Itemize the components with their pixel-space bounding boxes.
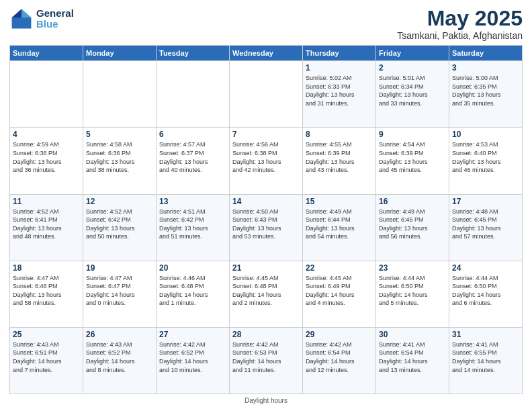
week-row-2: 4Sunrise: 4:59 AM Sunset: 6:36 PM Daylig… [10, 128, 523, 194]
day-cell [157, 61, 230, 128]
day-number: 2 [379, 63, 446, 73]
logo-line2: Blue [36, 19, 74, 30]
day-info: Sunrise: 4:51 AM Sunset: 6:42 PM Dayligh… [159, 208, 226, 241]
day-number: 15 [306, 197, 373, 206]
day-number: 14 [232, 197, 300, 206]
header-day-monday: Monday [83, 46, 157, 61]
day-info: Sunrise: 4:55 AM Sunset: 6:39 PM Dayligh… [306, 140, 373, 174]
day-number: 8 [306, 130, 373, 139]
week-row-1: 1Sunrise: 5:02 AM Sunset: 6:33 PM Daylig… [10, 61, 523, 128]
title-block: May 2025 Tsamkani, Paktia, Afghanistan [397, 7, 523, 41]
day-cell: 2Sunrise: 5:01 AM Sunset: 6:34 PM Daylig… [376, 61, 449, 128]
day-cell: 19Sunrise: 4:47 AM Sunset: 6:47 PM Dayli… [83, 261, 157, 327]
day-cell: 10Sunrise: 4:53 AM Sunset: 6:40 PM Dayli… [449, 128, 523, 194]
day-cell [83, 61, 157, 128]
header-day-tuesday: Tuesday [157, 46, 230, 61]
day-cell: 27Sunrise: 4:42 AM Sunset: 6:52 PM Dayli… [157, 327, 230, 394]
day-cell [230, 61, 303, 128]
day-number: 3 [452, 63, 519, 73]
header-day-wednesday: Wednesday [230, 46, 303, 61]
day-number: 13 [159, 197, 226, 206]
day-cell: 16Sunrise: 4:49 AM Sunset: 6:45 PM Dayli… [376, 194, 449, 261]
day-number: 22 [306, 263, 373, 273]
day-cell: 3Sunrise: 5:00 AM Sunset: 6:35 PM Daylig… [449, 61, 523, 128]
day-info: Sunrise: 4:59 AM Sunset: 6:36 PM Dayligh… [13, 140, 80, 174]
day-cell: 28Sunrise: 4:42 AM Sunset: 6:53 PM Dayli… [230, 327, 303, 394]
day-info: Sunrise: 4:44 AM Sunset: 6:50 PM Dayligh… [379, 274, 446, 308]
svg-marker-1 [21, 9, 31, 18]
day-cell: 9Sunrise: 4:54 AM Sunset: 6:39 PM Daylig… [376, 128, 449, 194]
header-day-friday: Friday [376, 46, 449, 61]
day-info: Sunrise: 4:45 AM Sunset: 6:48 PM Dayligh… [232, 274, 300, 308]
day-number: 17 [452, 197, 519, 206]
day-info: Sunrise: 4:46 AM Sunset: 6:48 PM Dayligh… [159, 274, 226, 308]
day-number: 10 [452, 130, 519, 139]
day-cell: 6Sunrise: 4:57 AM Sunset: 6:37 PM Daylig… [157, 128, 230, 194]
day-cell: 5Sunrise: 4:58 AM Sunset: 6:36 PM Daylig… [83, 128, 157, 194]
day-cell: 23Sunrise: 4:44 AM Sunset: 6:50 PM Dayli… [376, 261, 449, 327]
day-cell: 14Sunrise: 4:50 AM Sunset: 6:43 PM Dayli… [230, 194, 303, 261]
logo-text: General Blue [36, 8, 74, 30]
day-cell: 17Sunrise: 4:48 AM Sunset: 6:45 PM Dayli… [449, 194, 523, 261]
day-number: 18 [13, 263, 80, 273]
logo-icon [9, 7, 34, 31]
day-info: Sunrise: 4:54 AM Sunset: 6:39 PM Dayligh… [379, 140, 446, 174]
day-number: 16 [379, 197, 446, 206]
day-info: Sunrise: 4:58 AM Sunset: 6:36 PM Dayligh… [86, 140, 153, 174]
calendar-body: 1Sunrise: 5:02 AM Sunset: 6:33 PM Daylig… [10, 61, 523, 394]
day-number: 31 [452, 330, 519, 339]
day-info: Sunrise: 5:01 AM Sunset: 6:34 PM Dayligh… [379, 74, 446, 107]
header-day-saturday: Saturday [449, 46, 523, 61]
day-number: 28 [232, 330, 300, 339]
day-number: 7 [232, 130, 300, 139]
day-info: Sunrise: 4:52 AM Sunset: 6:42 PM Dayligh… [86, 208, 153, 241]
day-info: Sunrise: 4:56 AM Sunset: 6:38 PM Dayligh… [232, 140, 300, 174]
day-cell: 29Sunrise: 4:42 AM Sunset: 6:54 PM Dayli… [303, 327, 376, 394]
day-cell: 22Sunrise: 4:45 AM Sunset: 6:49 PM Dayli… [303, 261, 376, 327]
day-number: 1 [306, 63, 373, 73]
day-info: Sunrise: 4:47 AM Sunset: 6:46 PM Dayligh… [13, 274, 80, 308]
day-number: 19 [86, 263, 153, 273]
svg-marker-2 [12, 9, 21, 18]
day-cell: 1Sunrise: 5:02 AM Sunset: 6:33 PM Daylig… [303, 61, 376, 128]
day-cell: 25Sunrise: 4:43 AM Sunset: 6:51 PM Dayli… [10, 327, 83, 394]
week-row-5: 25Sunrise: 4:43 AM Sunset: 6:51 PM Dayli… [10, 327, 523, 394]
day-cell: 24Sunrise: 4:44 AM Sunset: 6:50 PM Dayli… [449, 261, 523, 327]
day-number: 27 [159, 330, 226, 339]
day-number: 12 [86, 197, 153, 206]
day-info: Sunrise: 4:45 AM Sunset: 6:49 PM Dayligh… [306, 274, 373, 308]
day-cell: 8Sunrise: 4:55 AM Sunset: 6:39 PM Daylig… [303, 128, 376, 194]
day-number: 24 [452, 263, 519, 273]
day-number: 9 [379, 130, 446, 139]
day-number: 29 [306, 330, 373, 339]
day-info: Sunrise: 4:47 AM Sunset: 6:47 PM Dayligh… [86, 274, 153, 308]
day-cell: 12Sunrise: 4:52 AM Sunset: 6:42 PM Dayli… [83, 194, 157, 261]
day-cell: 31Sunrise: 4:41 AM Sunset: 6:55 PM Dayli… [449, 327, 523, 394]
day-cell: 11Sunrise: 4:52 AM Sunset: 6:41 PM Dayli… [10, 194, 83, 261]
footer-note: Daylight hours [9, 397, 523, 404]
header-day-thursday: Thursday [303, 46, 376, 61]
header-day-sunday: Sunday [10, 46, 83, 61]
day-number: 26 [86, 330, 153, 339]
day-info: Sunrise: 4:42 AM Sunset: 6:53 PM Dayligh… [232, 340, 300, 374]
day-cell: 18Sunrise: 4:47 AM Sunset: 6:46 PM Dayli… [10, 261, 83, 327]
day-info: Sunrise: 4:42 AM Sunset: 6:52 PM Dayligh… [159, 340, 226, 374]
day-number: 30 [379, 330, 446, 339]
day-cell [10, 61, 83, 128]
logo: General Blue [9, 7, 74, 31]
day-cell: 13Sunrise: 4:51 AM Sunset: 6:42 PM Dayli… [157, 194, 230, 261]
day-info: Sunrise: 4:48 AM Sunset: 6:45 PM Dayligh… [452, 208, 519, 241]
day-info: Sunrise: 4:53 AM Sunset: 6:40 PM Dayligh… [452, 140, 519, 174]
day-info: Sunrise: 4:41 AM Sunset: 6:54 PM Dayligh… [379, 340, 446, 374]
day-number: 5 [86, 130, 153, 139]
header-row: SundayMondayTuesdayWednesdayThursdayFrid… [10, 46, 523, 61]
day-info: Sunrise: 4:49 AM Sunset: 6:45 PM Dayligh… [379, 208, 446, 241]
day-cell: 4Sunrise: 4:59 AM Sunset: 6:36 PM Daylig… [10, 128, 83, 194]
day-info: Sunrise: 4:44 AM Sunset: 6:50 PM Dayligh… [452, 274, 519, 308]
day-info: Sunrise: 4:41 AM Sunset: 6:55 PM Dayligh… [452, 340, 519, 374]
day-info: Sunrise: 4:43 AM Sunset: 6:52 PM Dayligh… [86, 340, 153, 374]
day-number: 6 [159, 130, 226, 139]
month-title: May 2025 [397, 7, 523, 30]
day-info: Sunrise: 4:57 AM Sunset: 6:37 PM Dayligh… [159, 140, 226, 174]
day-info: Sunrise: 4:50 AM Sunset: 6:43 PM Dayligh… [232, 208, 300, 241]
